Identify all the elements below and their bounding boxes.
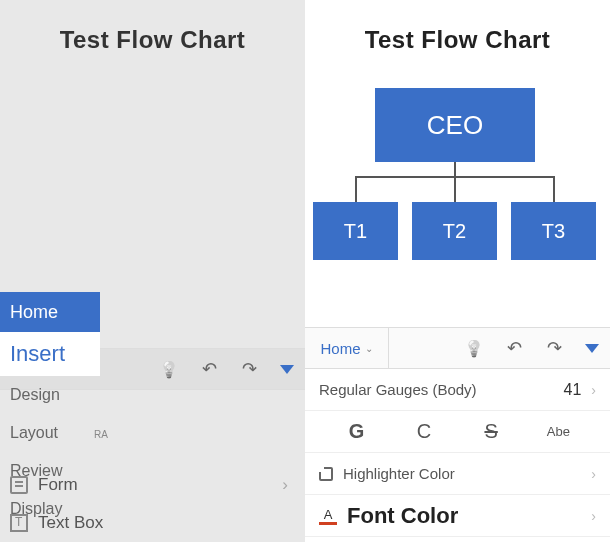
case-button[interactable]: Abe bbox=[538, 424, 578, 439]
other-formatting-row[interactable]: A Other Formatting › bbox=[305, 537, 610, 542]
undo-button[interactable] bbox=[189, 348, 229, 390]
insert-item-label: Text Box bbox=[38, 513, 103, 533]
insert-submenu: Form › Text Box bbox=[10, 466, 300, 542]
chevron-right-icon: › bbox=[282, 475, 288, 495]
connector bbox=[355, 176, 357, 202]
menu-item-home[interactable]: Home bbox=[0, 292, 100, 332]
textbox-icon bbox=[10, 514, 28, 532]
page-title-right: Test Flow Chart bbox=[305, 26, 610, 54]
connector bbox=[454, 176, 456, 202]
strikethrough-button[interactable]: S bbox=[471, 420, 511, 443]
chart-node-ceo[interactable]: CEO bbox=[375, 88, 535, 162]
font-row[interactable]: Regular Gauges (Body) 41 › bbox=[305, 369, 610, 411]
font-name: Regular Gauges (Body) bbox=[319, 381, 564, 398]
font-color-icon: A bbox=[319, 507, 337, 525]
chart-node-t2[interactable]: T2 bbox=[412, 202, 497, 260]
chevron-right-icon: › bbox=[591, 466, 596, 482]
row-label: Highlighter Color bbox=[343, 465, 591, 482]
chart-node-t3[interactable]: T3 bbox=[511, 202, 596, 260]
page-title-left: Test Flow Chart bbox=[0, 26, 305, 54]
triangle-down-icon bbox=[585, 344, 599, 353]
highlighter-icon bbox=[319, 467, 333, 481]
undo-button[interactable] bbox=[494, 327, 534, 369]
connector bbox=[553, 176, 555, 202]
redo-button[interactable] bbox=[534, 327, 574, 369]
mini-label: RA bbox=[94, 429, 108, 440]
bulb-icon[interactable] bbox=[454, 327, 494, 369]
chart-node-t1[interactable]: T1 bbox=[313, 202, 398, 260]
chevron-down-icon: ⌄ bbox=[365, 343, 373, 354]
menu-item-layout[interactable]: Layout bbox=[0, 414, 100, 452]
toolbar-tab[interactable]: Home⌄ bbox=[305, 328, 389, 368]
insert-item-form[interactable]: Form › bbox=[10, 466, 300, 504]
menu-item-insert[interactable]: Insert bbox=[0, 332, 100, 376]
font-color-row[interactable]: A Font Color › bbox=[305, 495, 610, 537]
font-size: 41 bbox=[564, 381, 582, 399]
form-icon bbox=[10, 476, 28, 494]
bulb-icon[interactable] bbox=[149, 348, 189, 390]
flow-chart: CEO T1 T2 T3 bbox=[305, 88, 610, 288]
insert-item-label: Form bbox=[38, 475, 78, 495]
insert-item-textbox[interactable]: Text Box bbox=[10, 504, 300, 542]
right-document-pane: Test Flow Chart CEO T1 T2 T3 Home⌄ Regul… bbox=[305, 0, 610, 542]
toolbar-dropdown[interactable] bbox=[574, 327, 610, 369]
redo-button[interactable] bbox=[229, 348, 269, 390]
highlighter-color-row[interactable]: Highlighter Color › bbox=[305, 453, 610, 495]
chevron-right-icon: › bbox=[591, 508, 596, 524]
color-cap-button[interactable]: C bbox=[404, 420, 444, 443]
chevron-right-icon: › bbox=[591, 382, 596, 398]
row-label: Font Color bbox=[347, 503, 591, 529]
toolbar-right: Home⌄ bbox=[305, 327, 610, 369]
toolbar-dropdown[interactable] bbox=[269, 348, 305, 390]
format-panel: Regular Gauges (Body) 41 › G C S Abe Hig… bbox=[305, 369, 610, 542]
menu-item-design[interactable]: Design bbox=[0, 376, 100, 414]
left-document-pane: Test Flow Chart Home⌄ Home Insert Design… bbox=[0, 0, 305, 542]
connector bbox=[454, 162, 456, 176]
bold-button[interactable]: G bbox=[337, 420, 377, 443]
font-style-row: G C S Abe bbox=[305, 411, 610, 453]
